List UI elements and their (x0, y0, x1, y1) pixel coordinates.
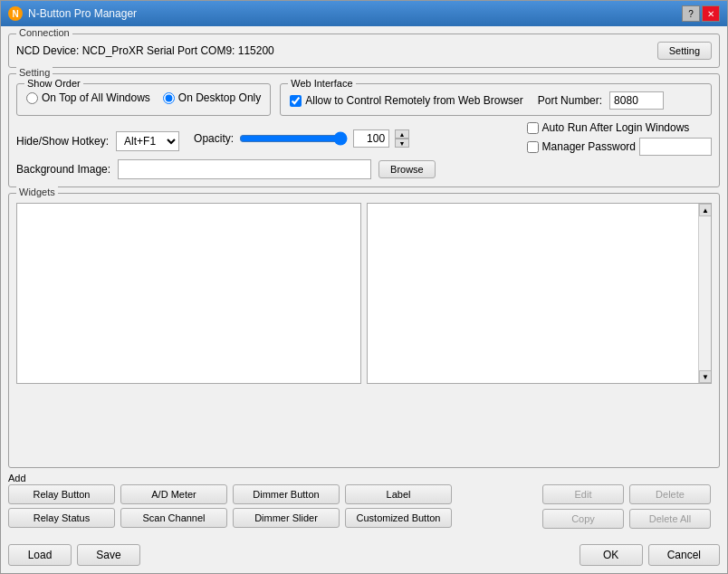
auto-run-row: Auto Run After Login Windows (527, 121, 712, 134)
radio-desktop-only: On Desktop Only (163, 91, 261, 104)
widgets-list[interactable] (16, 203, 361, 384)
web-control-checkbox[interactable] (290, 95, 302, 107)
add-buttons-wrapper: Relay Button A/D Meter Dimmer Button Lab… (8, 484, 537, 531)
footer-left: Load Save (8, 544, 140, 566)
opacity-slider[interactable] (239, 131, 348, 146)
copy-button[interactable]: Copy (542, 509, 624, 529)
widgets-detail: ▲ ▼ (367, 203, 712, 384)
web-checkbox-row: Allow to Control Remotely from Web Brows… (290, 94, 523, 107)
setting-group: Setting Show Order On Top of All Windows… (8, 73, 720, 187)
load-button[interactable]: Load (8, 544, 72, 566)
scroll-up-arrow[interactable]: ▲ (699, 204, 712, 216)
window-title: N-Button Pro Manager (28, 7, 137, 20)
opacity-section: Opacity: ▲ ▼ (194, 129, 409, 148)
add-label: Add (8, 473, 26, 483)
radio-desktop-only-label: On Desktop Only (178, 91, 261, 104)
hotkey-opacity-row: Hide/Show Hotkey: Alt+F1 Opacity: ▲ ▼ (16, 121, 712, 156)
manager-password-input[interactable] (639, 138, 712, 156)
setting-button[interactable]: Setting (657, 42, 712, 60)
main-content: Connection NCD Device: NCD_ProXR Serial … (1, 26, 727, 539)
title-bar-controls: ? ✕ (682, 5, 720, 22)
dimmer-button-btn[interactable]: Dimmer Button (233, 484, 340, 504)
widgets-section: Widgets ▲ ▼ Add Re (8, 193, 720, 531)
dimmer-slider-btn[interactable]: Dimmer Slider (233, 508, 340, 528)
web-interface-label: Web Interface (288, 78, 355, 89)
add-section: Add Relay Button A/D Meter Dimmer Button… (8, 472, 720, 531)
title-bar: N N-Button Pro Manager ? ✕ (1, 1, 727, 26)
edit-button[interactable]: Edit (542, 484, 624, 504)
scroll-down-arrow[interactable]: ▼ (699, 370, 712, 383)
opacity-spinbox: ▲ ▼ (395, 129, 409, 148)
delete-button[interactable]: Delete (629, 484, 711, 504)
footer: Load Save OK Cancel (1, 539, 727, 573)
port-number-input[interactable] (609, 91, 664, 110)
detail-scrollbar: ▲ ▼ (698, 204, 711, 383)
relay-button-btn[interactable]: Relay Button (8, 484, 115, 504)
cancel-button[interactable]: Cancel (648, 544, 720, 566)
auto-run-label: Auto Run After Login Windows (542, 121, 690, 134)
label-btn[interactable]: Label (345, 484, 452, 504)
close-button[interactable]: ✕ (702, 5, 720, 22)
web-control-label: Allow to Control Remotely from Web Brows… (305, 94, 523, 107)
radio-all-windows: On Top of All Windows (26, 91, 150, 104)
add-buttons-row1: Relay Button A/D Meter Dimmer Button Lab… (8, 484, 537, 504)
setting-label: Setting (16, 67, 53, 78)
add-wrapper: Relay Button A/D Meter Dimmer Button Lab… (8, 484, 720, 531)
browse-button[interactable]: Browse (378, 160, 436, 178)
radio-all-windows-label: On Top of All Windows (42, 91, 150, 104)
background-image-row: Background Image: Browse (16, 159, 712, 179)
radio-all-windows-input[interactable] (26, 92, 38, 104)
footer-right: OK Cancel (580, 544, 720, 566)
web-row: Allow to Control Remotely from Web Brows… (290, 91, 702, 110)
widgets-label: Widgets (16, 187, 58, 197)
opacity-down[interactable]: ▼ (395, 139, 409, 148)
setting-section: Show Order On Top of All Windows On Desk… (16, 83, 712, 116)
web-interface-box: Web Interface Allow to Control Remotely … (280, 83, 712, 116)
connection-group: Connection NCD Device: NCD_ProXR Serial … (8, 33, 720, 68)
ok-button[interactable]: OK (580, 544, 643, 566)
background-label: Background Image: (16, 163, 110, 176)
main-window: N N-Button Pro Manager ? ✕ Connection NC… (0, 0, 728, 574)
app-icon: N (8, 6, 23, 21)
background-input[interactable] (118, 159, 371, 179)
right-options: Auto Run After Login Windows Manager Pas… (527, 121, 712, 156)
port-number-label: Port Number: (538, 94, 602, 107)
title-bar-left: N N-Button Pro Manager (8, 6, 137, 21)
help-button[interactable]: ? (682, 5, 700, 22)
opacity-up[interactable]: ▲ (395, 129, 409, 139)
action-row2: Copy Delete All (542, 509, 720, 529)
opacity-input[interactable] (353, 129, 389, 148)
manager-password-checkbox[interactable] (527, 141, 539, 153)
action-buttons-wrapper: Edit Delete Copy Delete All (542, 484, 720, 531)
delete-all-button[interactable]: Delete All (629, 509, 711, 529)
connection-row: NCD Device: NCD_ProXR Serial Port COM9: … (16, 42, 712, 60)
opacity-label: Opacity: (194, 132, 234, 145)
relay-status-btn[interactable]: Relay Status (8, 508, 115, 528)
add-buttons-row2: Relay Status Scan Channel Dimmer Slider … (8, 508, 537, 528)
widgets-group: Widgets ▲ ▼ (8, 193, 720, 468)
manager-password-label: Manager Password (542, 140, 636, 153)
show-order-box: Show Order On Top of All Windows On Desk… (16, 83, 271, 116)
auto-run-checkbox[interactable] (527, 122, 539, 134)
scan-channel-btn[interactable]: Scan Channel (120, 508, 227, 528)
hotkey-label: Hide/Show Hotkey: (16, 135, 109, 148)
manager-password-row: Manager Password (527, 138, 712, 156)
device-text: NCD Device: NCD_ProXR Serial Port COM9: … (16, 44, 274, 57)
hotkey-select[interactable]: Alt+F1 (116, 131, 179, 151)
ad-meter-btn[interactable]: A/D Meter (120, 484, 227, 504)
customized-button-btn[interactable]: Customized Button (345, 508, 452, 528)
hotkey-section: Hide/Show Hotkey: Alt+F1 (16, 131, 179, 151)
connection-label: Connection (16, 27, 72, 38)
show-order-label: Show Order (24, 78, 83, 89)
save-button[interactable]: Save (77, 544, 140, 566)
widgets-content: ▲ ▼ (16, 203, 712, 460)
radio-desktop-only-input[interactable] (163, 92, 175, 104)
radio-row: On Top of All Windows On Desktop Only (26, 91, 261, 104)
action-row1: Edit Delete (542, 484, 720, 504)
